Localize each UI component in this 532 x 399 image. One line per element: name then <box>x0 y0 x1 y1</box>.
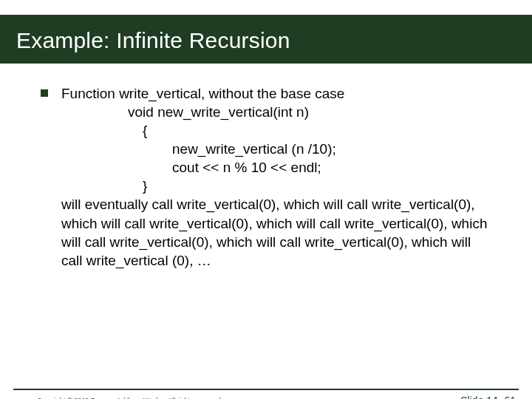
slide: Example: Infinite Recursion Function wri… <box>0 15 532 399</box>
code-line: { <box>61 121 495 140</box>
body-text: Function write_vertical, without the bas… <box>61 84 495 270</box>
slide-title: Example: Infinite Recursion <box>16 28 516 53</box>
footer-divider <box>13 389 519 390</box>
square-bullet-icon <box>41 89 48 97</box>
code-line: cout << n % 10 << endl; <box>61 158 495 177</box>
bullet-item: Function write_vertical, without the bas… <box>41 84 495 270</box>
code-line: new_write_vertical (n /10); <box>61 140 495 158</box>
paragraph: will eventually call write_vertical(0), … <box>61 195 495 269</box>
footer: Copyright © 2012 Pearson Addison-Wesley.… <box>0 389 532 399</box>
footer-row: Copyright © 2012 Pearson Addison-Wesley.… <box>0 395 532 399</box>
slide-number: Slide 14- 61 <box>460 395 516 399</box>
code-line: } <box>61 177 495 195</box>
code-line: void new_write_vertical(int n) <box>61 103 495 121</box>
content-area: Function write_vertical, without the bas… <box>0 64 532 270</box>
lead-line: Function write_vertical, without the bas… <box>61 84 495 103</box>
title-band: Example: Infinite Recursion <box>0 15 532 64</box>
